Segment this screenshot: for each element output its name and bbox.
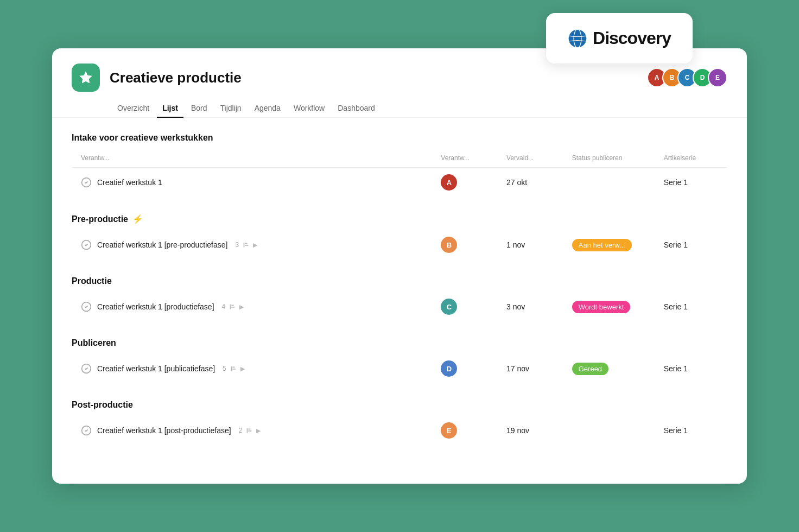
series-cell: Serie 1 (655, 230, 727, 260)
tab-bord[interactable]: Bord (186, 99, 213, 118)
tab-workflow[interactable]: Workflow (288, 99, 330, 118)
tab-dashboard[interactable]: Dashboard (332, 99, 381, 118)
task-name-cell: Creatief werkstuk 1 [productiefase] 4 ▶ (72, 292, 433, 322)
subtask-info: 5 ▶ (223, 365, 245, 372)
lightning-emoji: ⚡ (132, 214, 143, 224)
owner-avatar: E (441, 422, 457, 439)
owner-avatar: D (441, 360, 457, 377)
task-table-productie: Creatief werkstuk 1 [productiefase] 4 ▶ … (72, 292, 727, 322)
due-cell: 3 nov (498, 292, 563, 322)
status-badge: Aan het verw... (572, 239, 632, 251)
due-cell: 1 nov (498, 230, 563, 260)
check-icon (81, 177, 92, 188)
tab-tijdlijn[interactable]: Tijdlijn (214, 99, 246, 118)
content: Intake voor creatieve werkstukken Verant… (52, 118, 747, 446)
forward-icon: ▶ (256, 427, 261, 434)
tab-agenda[interactable]: Agenda (249, 99, 286, 118)
forward-icon: ▶ (240, 365, 245, 372)
nav: Overzicht Lijst Bord Tijdlijn Agenda Wor… (52, 92, 747, 118)
table-row: Creatief werkstuk 1 A 27 okt Serie 1 (72, 168, 727, 198)
series-cell: Serie 1 (655, 354, 727, 384)
discovery-globe-icon (568, 29, 587, 48)
header-left: Creatieve productie (72, 64, 242, 92)
status-badge: Gereed (572, 363, 608, 375)
status-cell: Gereed (563, 354, 655, 384)
due-cell: 19 nov (498, 416, 563, 446)
task-name-cell: Creatief werkstuk 1 [post-productiefase]… (72, 416, 433, 446)
subtask-icon (230, 365, 237, 372)
subtask-info: 2 ▶ (239, 427, 261, 434)
series-cell: Serie 1 (655, 292, 727, 322)
series-cell: Serie 1 (655, 416, 727, 446)
table-row: Creatief werkstuk 1 [productiefase] 4 ▶ … (72, 292, 727, 322)
task-name-cell: Creatief werkstuk 1 (72, 168, 433, 198)
status-badge: Wordt bewerkt (572, 301, 631, 313)
star-icon (78, 70, 93, 85)
avatars-group: A B C D E (647, 68, 727, 87)
section-title-productie: Productie (72, 276, 727, 286)
tab-overzicht[interactable]: Overzicht (112, 99, 155, 118)
col-header-task: Verantw... (72, 149, 433, 168)
series-cell: Serie 1 (655, 168, 727, 198)
check-icon (81, 239, 92, 250)
task-table-intake: Verantw... Verantw... Vervald... Status … (72, 148, 727, 198)
due-cell: 27 okt (498, 168, 563, 198)
subtask-icon (229, 303, 236, 311)
section-pre-productie: Pre-productie ⚡ Creatief werkstuk 1 [pre… (72, 214, 727, 260)
subtask-info: 3 ▶ (235, 241, 257, 249)
col-header-status: Status publiceren (563, 149, 655, 168)
section-publiceren: Publiceren Creatief werkstuk 1 [publicat… (72, 338, 727, 384)
due-cell: 17 nov (498, 354, 563, 384)
discovery-label: Discovery (593, 28, 671, 48)
task-table-publiceren: Creatief werkstuk 1 [publicatiefase] 5 ▶… (72, 353, 727, 384)
main-container: Discovery Creatieve productie A B C D E … (52, 48, 747, 484)
forward-icon: ▶ (253, 242, 257, 249)
check-icon (81, 301, 92, 312)
table-row: Creatief werkstuk 1 [pre-productiefase] … (72, 230, 727, 260)
col-header-series: Artikelserie (655, 149, 727, 168)
project-title: Creatieve productie (110, 69, 242, 86)
task-name-cell: Creatief werkstuk 1 [publicatiefase] 5 ▶ (72, 354, 433, 384)
owner-cell: B (432, 230, 498, 260)
owner-cell: D (432, 354, 498, 384)
section-post-productie: Post-productie Creatief werkstuk 1 [post… (72, 400, 727, 446)
status-cell: Wordt bewerkt (563, 292, 655, 322)
avatar: E (708, 68, 727, 87)
status-cell: Aan het verw... (563, 230, 655, 260)
owner-avatar: B (441, 237, 457, 253)
task-table-post-productie: Creatief werkstuk 1 [post-productiefase]… (72, 415, 727, 446)
discovery-card: Discovery (546, 13, 693, 64)
check-icon (81, 363, 92, 374)
section-intake: Intake voor creatieve werkstukken Verant… (72, 133, 727, 198)
task-name-cell: Creatief werkstuk 1 [pre-productiefase] … (72, 230, 433, 260)
section-productie: Productie Creatief werkstuk 1 [productie… (72, 276, 727, 322)
table-row: Creatief werkstuk 1 [post-productiefase]… (72, 416, 727, 446)
section-title-publiceren: Publiceren (72, 338, 727, 348)
status-cell (563, 168, 655, 198)
subtask-info: 4 ▶ (222, 303, 244, 311)
owner-avatar: A (441, 174, 457, 191)
col-header-owner: Verantw... (432, 149, 498, 168)
section-title-intake: Intake voor creatieve werkstukken (72, 133, 727, 143)
table-row: Creatief werkstuk 1 [publicatiefase] 5 ▶… (72, 354, 727, 384)
section-title-post-productie: Post-productie (72, 400, 727, 410)
owner-cell: A (432, 168, 498, 198)
status-cell (563, 416, 655, 446)
col-header-due: Vervald... (498, 149, 563, 168)
subtask-icon (245, 427, 253, 434)
section-title-pre-productie: Pre-productie ⚡ (72, 214, 727, 224)
owner-cell: C (432, 292, 498, 322)
tab-lijst[interactable]: Lijst (157, 99, 183, 118)
subtask-icon (242, 241, 250, 249)
check-icon (81, 425, 92, 436)
owner-avatar: C (441, 299, 457, 315)
forward-icon: ▶ (239, 303, 244, 311)
app-icon (72, 64, 100, 92)
owner-cell: E (432, 416, 498, 446)
task-table-pre-productie: Creatief werkstuk 1 [pre-productiefase] … (72, 230, 727, 260)
